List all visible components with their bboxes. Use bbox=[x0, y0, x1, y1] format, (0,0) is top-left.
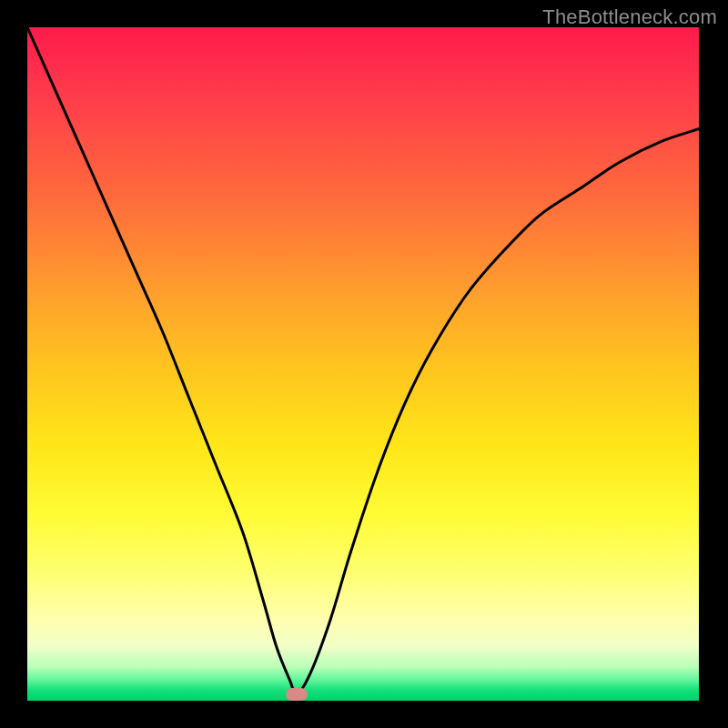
plot-area bbox=[27, 27, 701, 701]
watermark-label: TheBottleneck.com bbox=[542, 5, 717, 29]
gradient-background bbox=[27, 27, 701, 701]
minimum-marker bbox=[286, 688, 308, 701]
right-edge-mask bbox=[699, 27, 701, 701]
chart-container: TheBottleneck.com bbox=[0, 0, 728, 728]
